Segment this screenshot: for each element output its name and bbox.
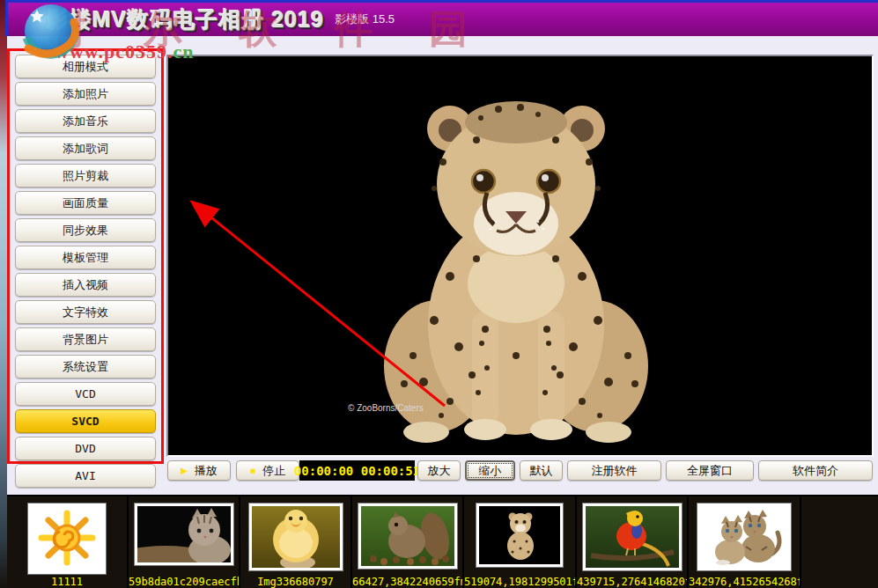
titlebar: 影楼MV数码电子相册 2019 影楼版 15.5 [5,0,878,36]
play-button[interactable]: ▶ 播放 [167,460,231,481]
thumbnail-caption: 59b8da01c209caecfb18 [129,576,239,588]
sidebar-button-background-image[interactable]: 背景图片 [15,327,156,351]
stop-button[interactable]: ■ 停止 [236,460,299,481]
sidebar-button-add-lyrics[interactable]: 添加歌词 [15,136,156,160]
thumbnail-sun[interactable]: 11111 [7,496,129,588]
thumbnail-kitten-dark-image [135,503,233,565]
thumbnail-golden-pheasant[interactable]: 439715,2764146820fm= [577,496,689,588]
thumbnail-empty-slot [801,496,878,588]
default-button[interactable]: 默认 [520,460,563,481]
sidebar-button-sync-effects[interactable]: 同步效果 [15,218,156,242]
zoom-in-button[interactable]: 放大 [417,460,461,481]
thumbnail-squirrel-image [358,503,457,569]
preview-photo-cheetah-cub [168,56,872,455]
thumbnail-sun-image [28,503,106,574]
preview-panel: © ZooBorns/Caters [166,55,874,457]
thumbnail-two-kittens-image [697,503,791,570]
sidebar-button-picture-quality[interactable]: 画面质量 [15,191,156,215]
sidebar-button-text-effects[interactable]: 文字特效 [15,300,156,324]
stop-label: 停止 [262,463,285,479]
thumbnail-duckling[interactable]: Img336680797 [240,496,352,588]
thumbnail-cheetah-cub[interactable]: 519074,1981299501fm= [464,496,577,588]
thumbnail-caption: 519074,1981299501fm= [464,576,575,588]
software-intro-button[interactable]: 软件简介 [758,460,873,481]
window-edition: 影楼版 15.5 [335,11,395,27]
thumbnail-cheetah-cub-image [476,503,563,567]
sidebar-button-album-mode[interactable]: 相册模式 [15,55,156,78]
photo-copyright: © ZooBorns/Caters [348,403,424,413]
thumbnail-duckling-image [249,503,343,570]
sidebar-button-svcd[interactable]: SVCD [15,409,156,433]
sidebar-button-photo-crop[interactable]: 照片剪裁 [15,164,156,187]
fullscreen-button[interactable]: 全屏窗口 [666,460,754,481]
thumbnail-caption: Img336680797 [240,576,350,588]
zoom-out-button[interactable]: 缩小 [465,460,515,481]
window-title: 影楼MV数码电子相册 2019 [47,5,324,34]
sidebar-button-add-music[interactable]: 添加音乐 [15,109,156,133]
desktop-background-strip [0,0,7,588]
thumbnail-caption: 11111 [7,576,127,588]
application-window: 影楼MV数码电子相册 2019 影楼版 15.5 村尔软件园 www.pc035… [0,0,878,588]
play-label: 播放 [195,463,218,479]
timer-display: 00:00:00 00:00:51 [299,460,415,481]
stop-icon: ■ [250,467,255,475]
sidebar-button-vcd[interactable]: VCD [15,382,156,406]
sidebar-button-system-settings[interactable]: 系统设置 [15,355,156,379]
thumbnail-caption: 342976,4152654268fm= [689,576,800,588]
sidebar-button-dvd[interactable]: DVD [15,437,156,460]
sidebar: 相册模式 添加照片 添加音乐 添加歌词 照片剪裁 画面质量 同步效果 模板管理 … [7,48,164,464]
thumbnail-kitten-dark[interactable]: 59b8da01c209caecfb18 [129,496,240,588]
thumbnail-golden-pheasant-image [583,503,682,570]
thumbnail-squirrel[interactable]: 66427,3842240659fm=2 [352,496,464,588]
thumbnail-caption: 439715,2764146820fm= [577,576,687,588]
sidebar-button-insert-video[interactable]: 插入视频 [15,273,156,297]
register-software-button[interactable]: 注册软件 [567,460,661,481]
thumbnail-strip: 11111 59b8da01c209caecfb18 [7,495,878,588]
thumbnail-caption: 66427,3842240659fm=2 [352,576,462,588]
thumbnail-two-kittens[interactable]: 342976,4152654268fm= [689,496,801,588]
sidebar-button-add-photos[interactable]: 添加照片 [15,82,156,106]
sidebar-button-template-manager[interactable]: 模板管理 [15,246,156,269]
play-icon: ▶ [181,467,188,475]
sidebar-button-avi[interactable]: AVI [15,464,156,488]
